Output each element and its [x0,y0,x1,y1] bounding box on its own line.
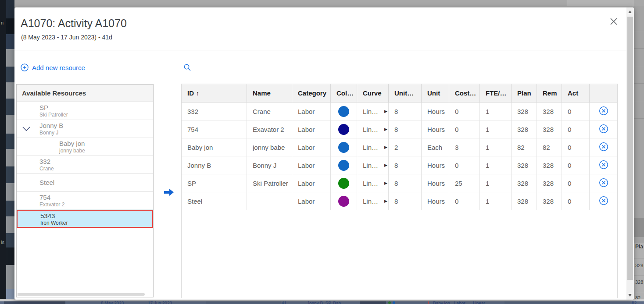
cell-rem[interactable]: 328 [537,156,562,174]
cell-remove[interactable] [590,174,617,192]
close-button[interactable] [608,15,620,28]
available-resource-item[interactable]: SPSki Patroller [17,102,153,120]
cell-cost[interactable]: 25 [449,174,480,192]
cell-category[interactable]: Labor [292,192,331,210]
column-header-color[interactable]: Col… [331,84,357,102]
horizontal-scrollbar[interactable] [18,293,145,296]
color-swatch-icon[interactable] [338,124,349,135]
available-resource-item[interactable]: Jonny BBonny J [17,120,153,138]
cell-category[interactable]: Labor [292,103,331,120]
cell-color[interactable] [331,103,357,120]
cell-curve[interactable]: Lin…▶ [357,156,389,174]
cell-unit[interactable]: Each [422,138,449,156]
cell-fte[interactable]: 1 [480,156,512,174]
search-button[interactable] [183,64,192,72]
cell-rem[interactable]: 328 [537,174,562,192]
cell-fte[interactable]: 1 [480,192,512,210]
cell-name[interactable]: Exavator 2 [247,120,292,138]
cell-rem[interactable]: 328 [537,192,562,210]
cell-curve[interactable]: Lin…▶ [357,103,389,120]
cell-id[interactable]: Steel [182,192,247,210]
column-header-plan[interactable]: Plan [512,84,537,102]
curve-expand-icon[interactable]: ▶ [384,199,387,203]
cell-category[interactable]: Labor [292,138,331,156]
remove-resource-button[interactable] [598,196,609,206]
color-swatch-icon[interactable] [338,196,349,207]
cell-cost[interactable]: 0 [449,192,480,210]
cell-unit[interactable]: Hours [422,174,449,192]
remove-resource-button[interactable] [598,124,609,134]
cell-unit[interactable]: Hours [422,192,449,210]
column-header-fte[interactable]: FTE/… [480,84,512,102]
cell-cost[interactable]: 0 [449,103,480,120]
column-header-units[interactable]: Unit… [389,84,422,102]
cell-id[interactable]: 754 [182,120,247,138]
available-resource-item[interactable]: 5343Iron Worker [17,210,153,228]
available-resource-item[interactable]: Steel [17,174,153,192]
cell-act[interactable]: 0 [562,120,590,138]
cell-rem[interactable]: 328 [537,103,562,120]
cell-curve[interactable]: Lin…▶ [357,174,389,192]
cell-units[interactable]: 8 [389,156,422,174]
scroll-up-icon[interactable] [628,11,632,13]
column-header-id[interactable]: ID↑ [182,84,247,102]
remove-resource-button[interactable] [598,142,609,152]
cell-plan[interactable]: 328 [512,192,537,210]
cell-category[interactable]: Labor [292,174,331,192]
cell-category[interactable]: Labor [292,156,331,174]
cell-color[interactable] [331,192,357,210]
cell-color[interactable] [331,138,357,156]
color-swatch-icon[interactable] [338,142,349,153]
cell-plan[interactable]: 328 [512,103,537,120]
scrollbar-thumb[interactable] [627,17,633,280]
cell-id[interactable]: Baby jon [182,138,247,156]
cell-act[interactable]: 0 [562,138,590,156]
cell-id[interactable]: Jonny B [182,156,247,174]
cell-name[interactable]: Ski Patroller [247,174,292,192]
cell-remove[interactable] [590,103,617,120]
cell-plan[interactable]: 328 [512,174,537,192]
remove-resource-button[interactable] [598,106,609,117]
cell-rem[interactable]: 82 [537,138,562,156]
cell-name[interactable] [247,192,292,210]
column-header-act[interactable]: Act [562,84,590,102]
cell-fte[interactable]: 1 [480,103,512,120]
cell-color[interactable] [331,120,357,138]
cell-name[interactable]: jonny babe [247,138,292,156]
column-header-curve[interactable]: Curve [357,84,389,102]
cell-id[interactable]: 332 [182,103,247,120]
cell-act[interactable]: 0 [562,174,590,192]
cell-unit[interactable]: Hours [422,156,449,174]
cell-curve[interactable]: Lin…▶ [357,192,389,210]
cell-cost[interactable]: 0 [449,120,480,138]
column-header-remove[interactable] [590,84,617,102]
column-header-category[interactable]: Category [292,84,331,102]
cell-cost[interactable]: 0 [449,156,480,174]
cell-category[interactable]: Labor [292,120,331,138]
scroll-down-icon[interactable] [628,294,632,297]
cell-remove[interactable] [590,192,617,210]
cell-name[interactable]: Crane [247,103,292,120]
column-header-rem[interactable]: Rem [537,84,562,102]
cell-act[interactable]: 0 [562,103,590,120]
remove-resource-button[interactable] [598,160,609,170]
cell-plan[interactable]: 328 [512,156,537,174]
cell-units[interactable]: 8 [389,103,422,120]
cell-plan[interactable]: 328 [512,120,537,138]
remove-resource-button[interactable] [598,178,609,188]
cell-fte[interactable]: 1 [480,174,512,192]
cell-name[interactable]: Bonny J [247,156,292,174]
curve-expand-icon[interactable]: ▶ [384,109,387,113]
available-resource-item[interactable]: 332Crane [17,156,153,174]
cell-remove[interactable] [590,156,617,174]
cell-plan[interactable]: 82 [512,138,537,156]
vertical-scrollbar[interactable] [626,7,634,300]
column-header-cost[interactable]: Cost… [449,84,480,102]
column-header-unit[interactable]: Unit [422,84,449,102]
cell-color[interactable] [331,156,357,174]
cell-units[interactable]: 8 [389,120,422,138]
cell-color[interactable] [331,174,357,192]
cell-fte[interactable]: 1 [480,138,512,156]
cell-units[interactable]: 8 [389,192,422,210]
chevron-down-icon[interactable] [21,125,31,133]
